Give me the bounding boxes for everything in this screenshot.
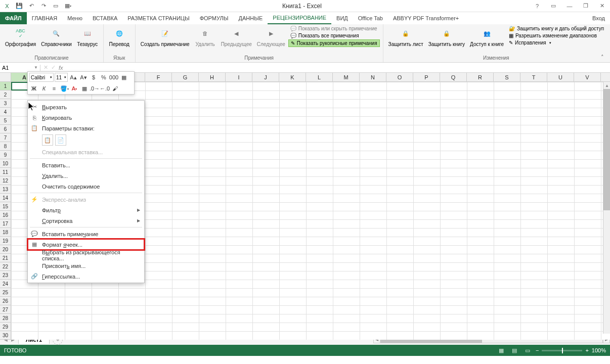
thesaurus-button[interactable]: 📖 Тезаурус: [75, 25, 100, 48]
accounting-format-icon[interactable]: $: [89, 73, 98, 82]
menu-copy[interactable]: ⎘Копировать: [28, 112, 144, 123]
column-header-F[interactable]: F: [145, 73, 172, 81]
select-all-cell[interactable]: [0, 73, 11, 81]
tab-formulas[interactable]: ФОРМУЛЫ: [195, 12, 234, 24]
row-header-27[interactable]: 27: [0, 305, 11, 314]
row-header-19[interactable]: 19: [0, 237, 11, 245]
align-icon[interactable]: ≡: [50, 84, 59, 93]
menu-clear-contents[interactable]: Очистить содержимое: [28, 181, 144, 192]
paste-option-values[interactable]: 📄: [55, 134, 66, 146]
menu-define-name[interactable]: Присвоить имя...: [28, 260, 144, 271]
row-header-24[interactable]: 24: [0, 280, 11, 288]
menu-pick-from-list[interactable]: Выбрать из раскрывающегося списка...: [28, 250, 144, 260]
protect-sheet-button[interactable]: 🔒 Защитить лист: [386, 25, 425, 48]
prev-comment-button[interactable]: ◀ Предыдущее: [219, 25, 254, 48]
close-icon[interactable]: ✕: [596, 1, 608, 11]
mini-font-selector[interactable]: Calibri▾: [29, 73, 54, 82]
restore-icon[interactable]: ❐: [580, 1, 592, 11]
row-header-4[interactable]: 4: [0, 108, 11, 116]
row-header-6[interactable]: 6: [0, 125, 11, 133]
row-header-11[interactable]: 11: [0, 168, 11, 176]
row-header-17[interactable]: 17: [0, 219, 11, 228]
tab-layout[interactable]: РАЗМЕТКА СТРАНИЦЫ: [122, 12, 194, 24]
percent-icon[interactable]: %: [99, 73, 108, 82]
row-header-2[interactable]: 2: [0, 90, 11, 99]
view-page-break-icon[interactable]: ▭: [522, 346, 533, 354]
menu-sort[interactable]: Сортировка▶: [28, 215, 144, 226]
row-header-29[interactable]: 29: [0, 323, 11, 331]
row-header-8[interactable]: 8: [0, 142, 11, 151]
column-header-L[interactable]: L: [306, 73, 333, 81]
delete-comment-button[interactable]: 🗑 Удалить: [193, 25, 218, 48]
save-icon[interactable]: 💾: [14, 1, 24, 11]
format-painter-icon[interactable]: 🖌: [110, 84, 119, 93]
decrease-font-icon[interactable]: A▾: [79, 73, 88, 82]
column-header-Q[interactable]: Q: [440, 73, 467, 81]
column-header-K[interactable]: K: [279, 73, 306, 81]
menu-hyperlink[interactable]: 🔗Гиперссылка...: [28, 271, 144, 282]
ribbon-display-icon[interactable]: ▭: [547, 1, 559, 11]
row-header-5[interactable]: 5: [0, 116, 11, 125]
format-table-icon[interactable]: ▦: [119, 73, 128, 82]
redo-icon[interactable]: ↷: [38, 1, 49, 11]
row-header-21[interactable]: 21: [0, 254, 11, 262]
row-header-28[interactable]: 28: [0, 314, 11, 323]
translate-button[interactable]: 🌐 Перевод: [107, 25, 132, 48]
tab-menu[interactable]: Меню: [62, 12, 88, 24]
row-header-10[interactable]: 10: [0, 159, 11, 168]
tab-home[interactable]: ГЛАВНАЯ: [27, 12, 62, 24]
column-header-M[interactable]: M: [333, 73, 360, 81]
undo-icon[interactable]: ↶: [26, 1, 36, 11]
row-header-25[interactable]: 25: [0, 288, 11, 297]
column-header-O[interactable]: O: [386, 73, 413, 81]
spelling-button[interactable]: ABC✓ Орфография: [3, 25, 38, 48]
new-comment-button[interactable]: 📝 Создать примечание: [139, 25, 192, 48]
collapse-ribbon-icon[interactable]: ˄: [601, 54, 608, 61]
next-comment-button[interactable]: ▶ Следующее: [255, 25, 287, 48]
excel-icon[interactable]: X: [2, 1, 12, 11]
font-color-icon[interactable]: A▾: [70, 84, 79, 93]
row-header-20[interactable]: 20: [0, 245, 11, 254]
share-workbook-button[interactable]: 👥 Доступ к книге: [468, 25, 506, 48]
help-icon[interactable]: ?: [531, 1, 543, 11]
column-header-J[interactable]: J: [252, 73, 279, 81]
tab-abbyy[interactable]: ABBYY PDF Transformer+: [388, 12, 464, 24]
tab-data[interactable]: ДАННЫЕ: [234, 12, 268, 24]
row-header-30[interactable]: 30: [0, 331, 11, 340]
mini-size-selector[interactable]: 11▾: [55, 73, 68, 82]
show-hide-comment[interactable]: 💬Показать или скрыть примечание: [288, 25, 380, 32]
menu-cut[interactable]: ✂Вырезать: [28, 102, 144, 112]
menu-insert[interactable]: Вставить...: [28, 160, 144, 170]
increase-decimal-icon[interactable]: .0→: [90, 84, 99, 93]
zoom-level[interactable]: 100%: [592, 347, 606, 353]
borders-icon[interactable]: ▦: [80, 84, 89, 93]
zoom-slider[interactable]: [542, 350, 582, 351]
show-ink-annotations[interactable]: ✎Показать рукописные примечания: [288, 39, 380, 47]
zoom-in-icon[interactable]: +: [585, 347, 588, 353]
menu-format-cells[interactable]: ▦Формат ячеек...: [28, 239, 144, 250]
comma-icon[interactable]: 000: [109, 73, 118, 82]
vertical-scrollbar[interactable]: ▲: [603, 82, 610, 334]
fill-color-icon[interactable]: 🪣▾: [60, 84, 69, 93]
column-header-N[interactable]: N: [360, 73, 386, 81]
show-all-comments[interactable]: 💬Показать все примечания: [288, 32, 380, 39]
research-button[interactable]: 🔍 Справочники: [39, 25, 74, 48]
zoom-out-icon[interactable]: −: [536, 347, 539, 353]
row-header-12[interactable]: 12: [0, 176, 11, 185]
column-header-R[interactable]: R: [467, 73, 494, 81]
row-header-13[interactable]: 13: [0, 185, 11, 194]
column-header-T[interactable]: T: [520, 73, 547, 81]
name-box[interactable]: A1 ▼: [0, 65, 40, 71]
row-header-14[interactable]: 14: [0, 194, 11, 202]
menu-delete[interactable]: Удалить...: [28, 170, 144, 181]
vertical-scroll-thumb[interactable]: [603, 89, 610, 210]
column-header-I[interactable]: I: [226, 73, 252, 81]
protect-and-share[interactable]: 🔐Защитить книгу и дать общий доступ: [507, 25, 606, 32]
table-icon[interactable]: ▦▾: [63, 1, 73, 11]
allow-edit-ranges[interactable]: ▦Разрешить изменение диапазонов: [507, 32, 606, 39]
view-page-layout-icon[interactable]: ▤: [509, 346, 519, 354]
column-header-H[interactable]: H: [199, 73, 226, 81]
scroll-up-icon[interactable]: ▲: [603, 82, 610, 89]
menu-insert-comment[interactable]: 💬Вставить примечание: [28, 229, 144, 239]
column-header-P[interactable]: P: [413, 73, 440, 81]
